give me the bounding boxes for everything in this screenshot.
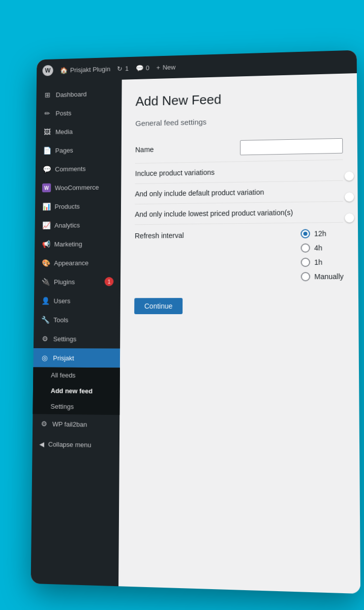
sidebar-label-settings: Settings [53, 335, 77, 343]
settings-icon: ⚙ [41, 334, 50, 343]
posts-icon: ✏ [43, 109, 51, 118]
refresh-label-4h: 4h [314, 244, 322, 252]
radio-4h-circle [301, 243, 310, 253]
add-new-feed-label: Add new feed [51, 387, 93, 395]
sidebar-label-dashboard: Dashboard [56, 90, 87, 98]
admin-bar-comments[interactable]: 💬 0 [136, 64, 150, 72]
sidebar-label-analytics: Analytics [54, 221, 80, 229]
submenu-settings[interactable]: Settings [33, 399, 119, 415]
sidebar-item-products[interactable]: 📊 Products [35, 196, 121, 216]
tools-icon: 🔧 [41, 315, 50, 324]
laptop-screen: W 🏠 Prisjakt Plugin ↻ 1 💬 0 + New ⊞ Dash… [31, 50, 360, 594]
refresh-label: Refresh interval [135, 229, 301, 240]
refresh-label-12h: 12h [314, 229, 326, 237]
refresh-option-12h[interactable]: 12h [300, 229, 343, 238]
sidebar-item-fail2ban[interactable]: ⚙ WP fail2ban [33, 414, 119, 434]
name-input[interactable] [240, 138, 343, 156]
appearance-icon: 🎨 [41, 258, 50, 267]
sidebar-item-pages[interactable]: 📄 Pages [36, 140, 122, 160]
sidebar-item-media[interactable]: 🖼 Media [36, 121, 122, 141]
admin-bar-updates[interactable]: ↻ 1 [117, 65, 129, 72]
content-area: Add New Feed General feed settings Name … [118, 73, 360, 594]
radio-12h-circle [300, 229, 310, 238]
products-icon: 📊 [42, 202, 50, 211]
prisjakt-icon: ◎ [40, 353, 49, 362]
sidebar-item-marketing[interactable]: 📢 Marketing [35, 234, 121, 254]
plugins-badge: 1 [105, 277, 114, 286]
prisjakt-submenu: All feeds Add new feed Settings [33, 367, 119, 415]
name-label: Name [135, 144, 240, 154]
sidebar-item-users[interactable]: 👤 Users [34, 291, 120, 311]
submenu-settings-label: Settings [50, 403, 74, 410]
default-variation-label: And only include default product variati… [135, 187, 343, 198]
sidebar-label-woo: WooCommerce [55, 184, 99, 192]
home-icon: 🏠 [60, 66, 68, 74]
admin-bar-new[interactable]: + New [157, 63, 176, 71]
sidebar-item-dashboard[interactable]: ⊞ Dashboard [36, 83, 122, 104]
comments-icon: 💬 [42, 165, 51, 174]
sidebar-label-posts: Posts [55, 109, 71, 117]
sidebar-item-woocommerce[interactable]: W WooCommerce [35, 177, 121, 197]
sidebar-label-plugins: Plugins [54, 278, 75, 286]
collapse-menu-button[interactable]: ◀ Collapse menu [33, 435, 119, 454]
marketing-icon: 📢 [42, 239, 50, 249]
refresh-option-1h[interactable]: 1h [301, 257, 344, 267]
plus-icon: + [157, 64, 160, 71]
radio-manually-circle [301, 272, 310, 281]
comment-count: 0 [146, 64, 149, 72]
pages-icon: 📄 [43, 146, 51, 155]
admin-bar-site[interactable]: 🏠 Prisjakt Plugin [60, 65, 110, 74]
sidebar-label-tools: Tools [53, 316, 69, 324]
name-control [240, 138, 343, 156]
continue-button[interactable]: Continue [134, 298, 183, 314]
sidebar: ⊞ Dashboard ✏ Posts 🖼 Media 📄 Pages 💬 Co… [31, 80, 122, 587]
sidebar-item-comments[interactable]: 💬 Comments [36, 159, 122, 179]
dashboard-icon: ⊞ [43, 90, 52, 100]
sidebar-label-users: Users [53, 297, 70, 304]
fail2ban-icon: ⚙ [40, 419, 49, 428]
refresh-radio-group: 12h 4h 1h Manually [300, 229, 343, 281]
wp-logo-icon: W [42, 65, 53, 76]
sidebar-label-appearance: Appearance [54, 259, 88, 266]
radio-1h-circle [301, 258, 310, 267]
sidebar-label-media: Media [55, 128, 73, 135]
collapse-label: Collapse menu [48, 441, 92, 449]
lowest-priced-label: And only include lowest priced product v… [135, 208, 343, 219]
refresh-label-1h: 1h [314, 258, 322, 266]
comment-icon: 💬 [136, 64, 144, 72]
sidebar-label-products: Products [54, 202, 80, 210]
form-row-refresh: Refresh interval 12h 4h 1h [134, 223, 344, 288]
refresh-option-4h[interactable]: 4h [301, 243, 344, 253]
sidebar-label-fail2ban: WP fail2ban [52, 420, 87, 428]
collapse-icon: ◀ [39, 440, 44, 448]
sidebar-item-plugins[interactable]: 🔌 Plugins 1 [34, 272, 120, 291]
refresh-option-manually[interactable]: Manually [301, 272, 344, 282]
sidebar-item-settings[interactable]: ⚙ Settings [34, 329, 120, 349]
update-count: 1 [125, 65, 129, 72]
woo-icon: W [42, 184, 51, 193]
sidebar-label-marketing: Marketing [54, 240, 82, 248]
form-row-default-variation: And only include default product variati… [135, 181, 343, 204]
sidebar-item-tools[interactable]: 🔧 Tools [34, 310, 120, 329]
page-title: Add New Feed [135, 88, 342, 109]
form-row-lowest-priced: And only include lowest priced product v… [135, 202, 343, 225]
sidebar-item-analytics[interactable]: 📈 Analytics [35, 215, 120, 235]
sidebar-label-pages: Pages [55, 146, 74, 154]
sidebar-label-comments: Comments [55, 165, 86, 173]
submenu-add-new-feed[interactable]: Add new feed [33, 383, 120, 399]
all-feeds-label: All feeds [51, 372, 76, 379]
sidebar-item-appearance[interactable]: 🎨 Appearance [35, 253, 121, 272]
site-name: Prisjakt Plugin [70, 65, 110, 74]
form-row-include-variations: Incluce product variations [135, 160, 343, 184]
sidebar-item-prisjakt[interactable]: ◎ Prisjakt [33, 348, 120, 368]
refresh-label-manually: Manually [314, 272, 344, 281]
form-row-name: Name [135, 132, 343, 164]
plugins-icon: 🔌 [41, 278, 50, 287]
sidebar-label-prisjakt: Prisjakt [53, 354, 74, 361]
users-icon: 👤 [41, 296, 50, 306]
submenu-all-feeds[interactable]: All feeds [33, 367, 120, 383]
section-title: General feed settings [135, 114, 343, 128]
sidebar-item-posts[interactable]: ✏ Posts [36, 102, 122, 123]
update-icon: ↻ [117, 65, 123, 72]
media-icon: 🖼 [43, 128, 51, 137]
